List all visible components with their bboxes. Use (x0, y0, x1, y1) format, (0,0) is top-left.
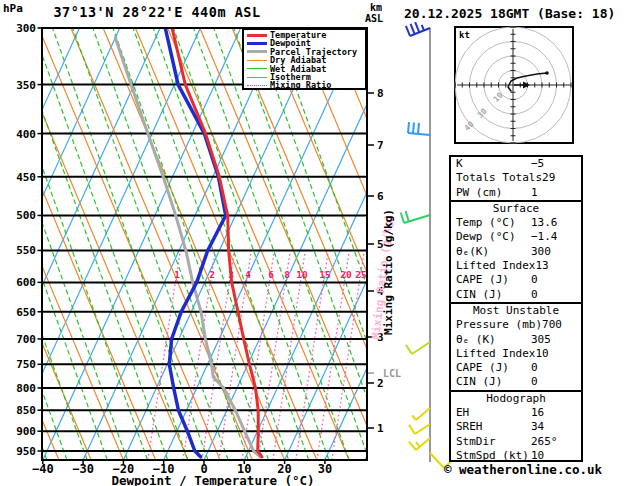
indices-table: K−5Totals Totals29PW (cm)1SurfaceTemp (°… (449, 155, 583, 462)
svg-text:6: 6 (377, 190, 384, 203)
table-row-label: CIN (J) (456, 288, 531, 302)
table-row: EH16 (451, 406, 581, 420)
table-row-label: CAPE (J) (456, 273, 531, 287)
svg-text:800: 800 (16, 382, 36, 395)
table-row-value: 10 (535, 347, 581, 361)
table-row: Lifted Index13 (451, 259, 581, 273)
svg-text:400: 400 (16, 128, 36, 141)
table-row-value: 13 (535, 259, 581, 273)
table-row: Pressure (mb)700 (451, 318, 581, 332)
table-row-label: θₑ(K) (456, 245, 531, 259)
svg-text:25: 25 (355, 269, 367, 280)
svg-text:300: 300 (16, 22, 36, 35)
table-row: CAPE (J)0 (451, 361, 581, 375)
credit-footer: © weatheronline.co.uk (444, 462, 586, 477)
table-row: K−5 (451, 157, 581, 171)
altitude-axis-unit-asl: ASL (365, 13, 383, 24)
svg-text:350: 350 (16, 79, 36, 92)
table-row-label: θₑ (K) (456, 333, 531, 347)
table-section: HodographEH16SREH34StmDir265°StmSpd (kt)… (451, 390, 581, 463)
table-row-value: 0 (531, 288, 581, 302)
pressure-axis-unit: hPa (3, 2, 23, 15)
skewt-sounding-page: 1234681015202530035040045050055060065070… (0, 0, 629, 486)
hodograph: 103040kt (455, 27, 573, 143)
svg-text:10: 10 (296, 269, 308, 280)
table-row-value: 265° (531, 435, 581, 449)
svg-text:1: 1 (174, 269, 180, 280)
table-section-header: Surface (451, 202, 581, 216)
table-row-value: 0 (531, 361, 581, 375)
table-row-value: 1 (531, 186, 581, 200)
legend-line-sample (247, 85, 267, 86)
legend-item: Mixing Ratio (247, 81, 365, 89)
table-section-header: Most Unstable (451, 304, 581, 318)
svg-text:650: 650 (16, 306, 36, 319)
svg-text:−30: −30 (72, 462, 94, 476)
legend-line-sample (247, 50, 267, 53)
run-datetime: 20.12.2025 18GMT (Base: 18) (404, 6, 615, 21)
svg-text:30: 30 (318, 462, 332, 476)
table-row: Totals Totals29 (451, 171, 581, 185)
svg-text:kt: kt (459, 30, 470, 40)
table-row-label: Lifted Index (456, 259, 535, 273)
svg-text:600: 600 (16, 276, 36, 289)
table-row-label: Temp (°C) (456, 216, 531, 230)
legend-line-sample (247, 42, 267, 45)
svg-text:700: 700 (16, 333, 36, 346)
svg-text:2: 2 (209, 269, 215, 280)
svg-text:550: 550 (16, 244, 36, 257)
svg-text:8: 8 (284, 269, 290, 280)
table-row-label: Totals Totals (456, 171, 542, 185)
svg-text:6: 6 (268, 269, 274, 280)
table-section: K−5Totals Totals29PW (cm)1 (451, 157, 581, 200)
table-row-label: Pressure (mb) (456, 318, 542, 332)
svg-text:900: 900 (16, 425, 36, 438)
table-row-label: StmDir (456, 435, 531, 449)
station-title: 37°13'N 28°22'E 440m ASL (42, 4, 272, 20)
svg-text:Dewpoint / Temperature (°C): Dewpoint / Temperature (°C) (111, 473, 314, 486)
legend-line-sample (247, 60, 267, 61)
svg-text:1: 1 (377, 422, 384, 435)
svg-text:8: 8 (377, 87, 384, 100)
legend-line-sample (247, 34, 267, 37)
legend-box: TemperatureDewpointParcel TrajectoryDry … (242, 28, 367, 90)
legend-item-label: Mixing Ratio (270, 81, 331, 89)
svg-text:850: 850 (16, 404, 36, 417)
table-row-label: K (456, 157, 531, 171)
table-row: StmDir265° (451, 435, 581, 449)
table-row-value: 0 (531, 273, 581, 287)
table-row: SREH34 (451, 420, 581, 434)
table-section-header: Hodograph (451, 392, 581, 406)
table-row: Dewp (°C)−1.4 (451, 230, 581, 244)
svg-text:7: 7 (377, 139, 384, 152)
table-row-value: 0 (531, 375, 581, 389)
table-row: CIN (J)0 (451, 375, 581, 389)
svg-text:500: 500 (16, 209, 36, 222)
table-row: CAPE (J)0 (451, 273, 581, 287)
table-section: SurfaceTemp (°C)13.6Dewp (°C)−1.4θₑ(K)30… (451, 200, 581, 302)
svg-text:750: 750 (16, 358, 36, 371)
table-row-value: 16 (531, 406, 581, 420)
svg-text:950: 950 (16, 445, 36, 458)
legend-line-sample (247, 68, 267, 69)
table-row-value: 13.6 (531, 216, 581, 230)
table-row-value: 305 (531, 333, 581, 347)
table-section: Most UnstablePressure (mb)700θₑ (K)305Li… (451, 302, 581, 390)
table-row-label: CAPE (J) (456, 361, 531, 375)
svg-text:450: 450 (16, 171, 36, 184)
table-row-value: 300 (531, 245, 581, 259)
table-row: PW (cm)1 (451, 186, 581, 200)
table-row-label: CIN (J) (456, 375, 531, 389)
table-row: Temp (°C)13.6 (451, 216, 581, 230)
table-row-value: −5 (531, 157, 581, 171)
table-row-value: 700 (542, 318, 581, 332)
table-row-label: Dewp (°C) (456, 230, 531, 244)
altitude-axis-unit-km: km (370, 2, 382, 13)
table-row: Lifted Index10 (451, 347, 581, 361)
svg-text:4: 4 (245, 269, 251, 280)
svg-text:−40: −40 (32, 462, 54, 476)
table-row-value: 29 (542, 171, 581, 185)
svg-text:20: 20 (340, 269, 352, 280)
table-row-label: EH (456, 406, 531, 420)
svg-text:Mixing Ratio (g/kg): Mixing Ratio (g/kg) (382, 209, 395, 335)
